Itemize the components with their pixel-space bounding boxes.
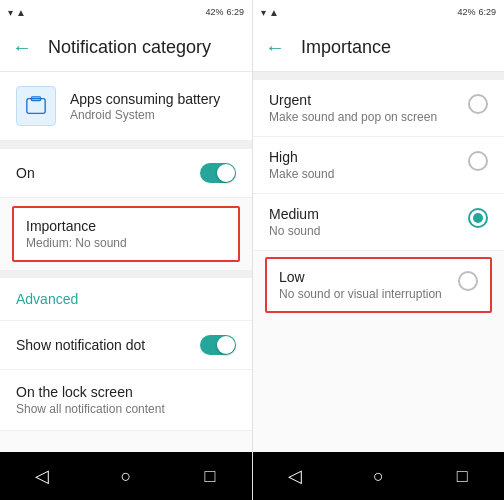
advanced-text: Advanced [16, 291, 78, 307]
left-back-button[interactable]: ← [12, 36, 32, 59]
on-row: On [0, 149, 252, 198]
high-info: High Make sound [269, 149, 334, 181]
time-text: 6:29 [226, 7, 244, 17]
right-status-right: 42% 6:29 [457, 7, 496, 17]
low-label: Low [279, 269, 442, 285]
option-urgent[interactable]: Urgent Make sound and pop on screen [253, 80, 504, 137]
right-nav-recents[interactable]: □ [444, 458, 480, 494]
toggle-thumb [217, 164, 235, 182]
right-panel: ▾ ▲ 42% 6:29 ← Importance Urgent Make so… [252, 0, 504, 500]
left-top-bar: ← Notification category [0, 24, 252, 72]
left-nav-back[interactable]: ◁ [24, 458, 60, 494]
show-dot-toggle[interactable] [200, 335, 236, 355]
right-signal-icon: ▲ [269, 7, 279, 18]
status-left-icons: ▾ ▲ [8, 7, 26, 18]
right-nav-back[interactable]: ◁ [277, 458, 313, 494]
option-high[interactable]: High Make sound [253, 137, 504, 194]
lock-screen-row: On the lock screen Show all notification… [0, 370, 252, 431]
medium-radio[interactable] [468, 208, 488, 228]
on-toggle[interactable] [200, 163, 236, 183]
lock-screen-sub: Show all notification content [16, 402, 165, 416]
high-label: High [269, 149, 334, 165]
medium-sub: No sound [269, 224, 320, 238]
left-status-bar: ▾ ▲ 42% 6:29 [0, 0, 252, 24]
right-page-title: Importance [301, 37, 391, 58]
high-sub: Make sound [269, 167, 334, 181]
low-radio[interactable] [458, 271, 478, 291]
importance-title: Importance [26, 218, 226, 234]
battery-text: 42% [205, 7, 223, 17]
app-icon [16, 86, 56, 126]
right-divider-top [253, 72, 504, 80]
importance-sub: Medium: No sound [26, 236, 226, 250]
right-status-bar: ▾ ▲ 42% 6:29 [253, 0, 504, 24]
divider2 [0, 270, 252, 278]
urgent-info: Urgent Make sound and pop on screen [269, 92, 437, 124]
show-dot-row: Show notification dot [0, 321, 252, 370]
right-status-left: ▾ ▲ [261, 7, 279, 18]
right-back-button[interactable]: ← [265, 36, 285, 59]
left-nav-recents[interactable]: □ [192, 458, 228, 494]
on-label: On [16, 165, 35, 181]
lock-screen-label: On the lock screen [16, 384, 165, 400]
wifi-icon: ▾ [8, 7, 13, 18]
app-header: Apps consuming battery Android System [0, 72, 252, 141]
divider1 [0, 141, 252, 149]
show-dot-thumb [217, 336, 235, 354]
right-wifi-icon: ▾ [261, 7, 266, 18]
option-low[interactable]: Low No sound or visual interruption [265, 257, 492, 313]
right-top-bar: ← Importance [253, 24, 504, 72]
lock-screen-info: On the lock screen Show all notification… [16, 384, 165, 416]
option-medium[interactable]: Medium No sound [253, 194, 504, 251]
signal-icon: ▲ [16, 7, 26, 18]
urgent-label: Urgent [269, 92, 437, 108]
app-name: Apps consuming battery [70, 91, 220, 107]
right-content: Urgent Make sound and pop on screen High… [253, 72, 504, 452]
medium-info: Medium No sound [269, 206, 320, 238]
right-time-text: 6:29 [478, 7, 496, 17]
urgent-radio[interactable] [468, 94, 488, 114]
urgent-sub: Make sound and pop on screen [269, 110, 437, 124]
low-sub: No sound or visual interruption [279, 287, 442, 301]
show-dot-label: Show notification dot [16, 337, 145, 353]
status-right: 42% 6:29 [205, 7, 244, 17]
importance-box[interactable]: Importance Medium: No sound [12, 206, 240, 262]
advanced-link[interactable]: Advanced [0, 278, 252, 321]
left-page-title: Notification category [48, 37, 211, 58]
left-content: Apps consuming battery Android System On… [0, 72, 252, 452]
low-info: Low No sound or visual interruption [279, 269, 442, 301]
right-battery-text: 42% [457, 7, 475, 17]
right-nav-home[interactable]: ○ [360, 458, 396, 494]
right-bottom-nav: ◁ ○ □ [253, 452, 504, 500]
app-system: Android System [70, 108, 220, 122]
high-radio[interactable] [468, 151, 488, 171]
left-nav-home[interactable]: ○ [108, 458, 144, 494]
left-bottom-nav: ◁ ○ □ [0, 452, 252, 500]
app-info: Apps consuming battery Android System [70, 91, 220, 122]
left-panel: ▾ ▲ 42% 6:29 ← Notification category App… [0, 0, 252, 500]
medium-label: Medium [269, 206, 320, 222]
